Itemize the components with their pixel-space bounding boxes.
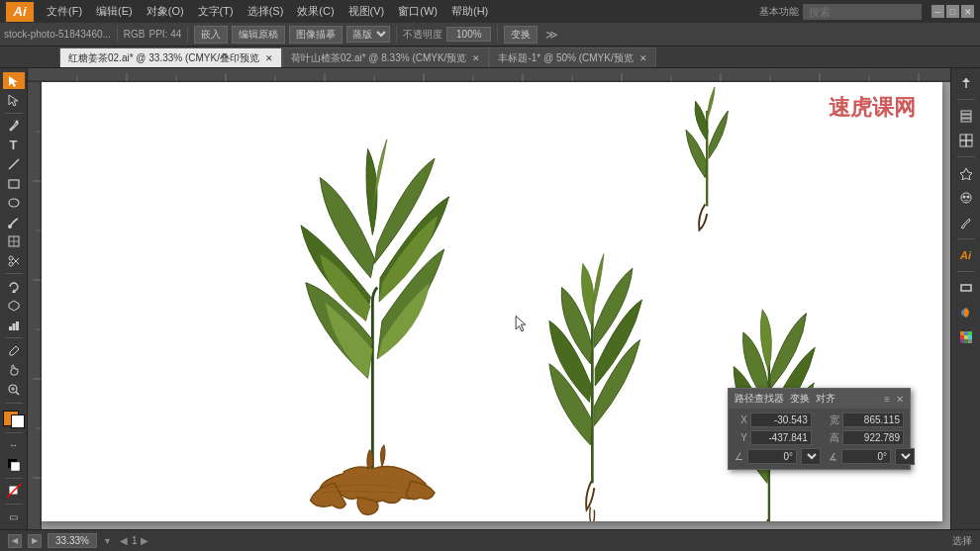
panel-body: X 宽 Y 高 ∠ xyxy=(729,409,910,469)
tool-direct-select[interactable] xyxy=(3,91,25,108)
svg-rect-16 xyxy=(16,321,19,330)
tool-scissors[interactable] xyxy=(3,252,25,269)
tool-mesh[interactable] xyxy=(3,232,25,249)
tool-screen-mode[interactable]: ▭ xyxy=(3,508,25,525)
rp-btn-symbols[interactable] xyxy=(955,162,977,184)
menu-window[interactable]: 窗口(W) xyxy=(395,2,441,21)
tab-3[interactable]: 丰标题-1* @ 50% (CMYK/预览 ✕ xyxy=(489,47,655,67)
tool-swap-colors[interactable]: ↔ xyxy=(3,437,25,454)
tool-sep-6 xyxy=(5,478,23,479)
embed-button[interactable]: 嵌入 xyxy=(194,26,228,44)
rp-btn-arrow[interactable] xyxy=(955,72,977,94)
svg-point-65 xyxy=(966,196,969,199)
nav-next-button[interactable]: ▶ xyxy=(28,534,42,548)
menu-effect[interactable]: 效果(C) xyxy=(294,2,337,21)
tool-default-colors[interactable] xyxy=(3,456,25,473)
tab-3-label: 丰标题-1* @ 50% (CMYK/预览 xyxy=(498,51,633,65)
angle1-input[interactable] xyxy=(747,449,797,464)
x-label: X xyxy=(735,414,747,425)
app-logo: Ai xyxy=(6,2,34,22)
canvas-area[interactable]: 路径查找器 变换 对齐 ≡ ✕ X 宽 Y xyxy=(28,68,950,529)
maximize-button[interactable]: □ xyxy=(946,5,959,18)
panel-menu[interactable]: ≡ xyxy=(884,394,890,405)
width-input[interactable] xyxy=(842,413,904,427)
ppi-info: PPI: 44 xyxy=(149,29,182,40)
menu-select[interactable]: 选择(S) xyxy=(245,2,287,21)
panel-tab-align[interactable]: 对齐 xyxy=(816,392,835,406)
style-select[interactable]: 蒸版 xyxy=(346,26,390,43)
toolbar-expand[interactable]: ≫ xyxy=(545,28,558,42)
zoom-input[interactable] xyxy=(48,533,97,548)
angle2-dropdown[interactable]: ° xyxy=(895,448,915,465)
title-bar: Ai 文件(F) 编辑(E) 对象(O) 文字(T) 选择(S) 效果(C) 视… xyxy=(0,0,980,23)
tool-brush[interactable] xyxy=(3,214,25,230)
menu-edit[interactable]: 编辑(E) xyxy=(93,2,136,21)
tool-ellipse[interactable] xyxy=(3,195,25,212)
rp-btn-layers[interactable] xyxy=(955,105,977,127)
panel-tab-transform[interactable]: 变换 xyxy=(790,392,810,406)
tool-graph[interactable] xyxy=(3,317,25,333)
svg-rect-71 xyxy=(964,335,968,339)
image-trace-button[interactable]: 图像描摹 xyxy=(289,26,343,44)
tool-hand[interactable] xyxy=(3,362,25,379)
edit-original-button[interactable]: 编辑原稿 xyxy=(232,26,285,44)
artboard-prev[interactable]: ◀ xyxy=(120,535,128,546)
tool-transform[interactable] xyxy=(3,298,25,315)
x-input[interactable] xyxy=(750,413,812,427)
tool-line[interactable] xyxy=(3,156,25,173)
rp-btn-brushes[interactable] xyxy=(955,212,977,233)
angle2-input[interactable] xyxy=(841,449,891,464)
tab-1-close[interactable]: ✕ xyxy=(265,53,273,63)
transform-button[interactable]: 变换 xyxy=(504,26,538,44)
rp-btn-swatches[interactable] xyxy=(955,326,977,348)
svg-marker-54 xyxy=(962,78,970,82)
rp-btn-artboards[interactable] xyxy=(955,130,977,151)
tool-fill-indicator[interactable] xyxy=(3,482,25,499)
panel-close[interactable]: ✕ xyxy=(896,394,904,405)
background-color[interactable] xyxy=(11,414,25,428)
svg-rect-56 xyxy=(961,115,971,118)
tool-rotate[interactable] xyxy=(3,278,25,295)
color-swatches[interactable] xyxy=(3,411,25,427)
tool-rect[interactable] xyxy=(3,175,25,192)
search-input[interactable] xyxy=(803,4,922,20)
rp-btn-graphic-styles[interactable] xyxy=(955,187,977,209)
svg-rect-74 xyxy=(964,339,968,343)
svg-rect-72 xyxy=(968,335,972,339)
close-button[interactable]: ✕ xyxy=(961,5,974,18)
tool-sep-4 xyxy=(5,403,23,404)
tool-eyedropper[interactable] xyxy=(3,342,25,359)
tool-select[interactable] xyxy=(3,72,25,89)
rp-btn-stroke[interactable] xyxy=(955,277,977,299)
tool-type[interactable]: T xyxy=(3,137,25,153)
plant-center-right xyxy=(549,254,642,521)
menu-help[interactable]: 帮助(H) xyxy=(448,2,491,21)
artboard-next[interactable]: ▶ xyxy=(141,535,148,546)
tool-zoom[interactable] xyxy=(3,381,25,398)
angle1-dropdown[interactable]: ° xyxy=(801,448,821,465)
menu-view[interactable]: 视图(V) xyxy=(345,2,388,21)
svg-rect-59 xyxy=(966,135,972,140)
svg-point-0 xyxy=(15,121,18,124)
tab-2[interactable]: 荷叶山楂茶02.ai* @ 8.33% (CMYK/预览 ✕ xyxy=(282,47,489,67)
zoom-percent-icon: ▼ xyxy=(103,536,112,546)
tool-pen[interactable] xyxy=(3,118,25,135)
width-label: 宽 xyxy=(827,413,839,427)
opacity-input[interactable] xyxy=(446,27,491,42)
tab-3-close[interactable]: ✕ xyxy=(639,53,647,63)
panel-tab-pathfinder[interactable]: 路径查找器 xyxy=(735,392,784,406)
y-input[interactable] xyxy=(750,430,812,445)
height-input[interactable] xyxy=(842,430,904,445)
tab-1[interactable]: 红糖姜茶02.ai* @ 33.33% (CMYK/叠印预览 ✕ xyxy=(59,47,282,67)
tab-2-close[interactable]: ✕ xyxy=(472,53,480,63)
nav-prev-button[interactable]: ◀ xyxy=(8,534,22,548)
rp-btn-ai[interactable]: Ai xyxy=(955,244,977,266)
properties-panel: 路径查找器 变换 对齐 ≡ ✕ X 宽 Y xyxy=(728,388,911,470)
menu-type[interactable]: 文字(T) xyxy=(195,2,237,21)
ruler-left xyxy=(28,82,42,529)
svg-point-63 xyxy=(961,193,971,203)
minimize-button[interactable]: ─ xyxy=(931,5,944,18)
rp-btn-color[interactable] xyxy=(955,302,977,323)
menu-file[interactable]: 文件(F) xyxy=(44,2,85,21)
menu-object[interactable]: 对象(O) xyxy=(144,2,187,21)
